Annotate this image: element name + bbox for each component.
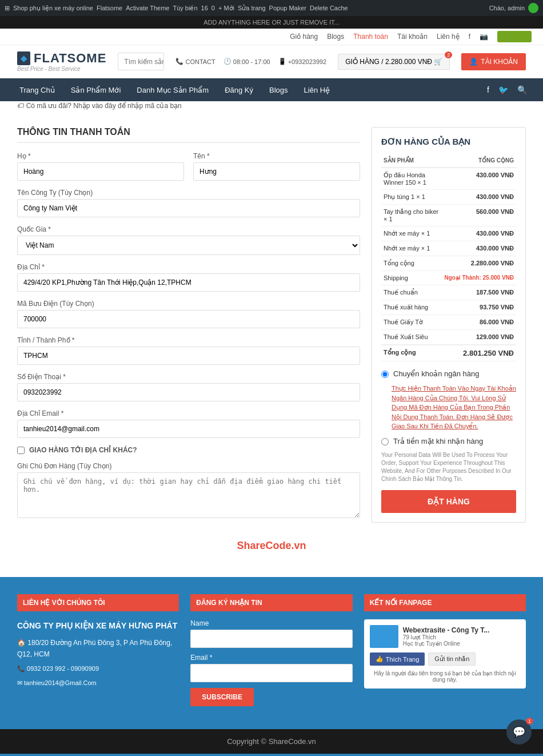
chat-icon: 💬 [513,726,525,738]
order-item-3: Nhớt xe máy × 1 430.000 VNĐ [381,226,516,241]
item-name-1: Phụ tùng 1 × 1 [381,190,442,205]
total-value: 2.801.250 VNĐ [442,345,516,361]
footer-email-input[interactable] [190,664,352,682]
top-nav-giohang[interactable]: Giỏ hàng [290,33,318,41]
top-nav-social-fb[interactable]: f [469,33,470,41]
search-input[interactable] [118,53,164,70]
fanpage-note: Hãy là người đầu tiên trong số bạn bè củ… [370,670,520,683]
nav-sanphammoi[interactable]: Sản Phẩm Mới [63,79,129,101]
contact-icon: 📞 [175,58,183,65]
order-table: SẢN PHẨM TỔNG CỘNG Ốp đầu Honda Winner 1… [381,154,516,361]
ship-diff-checkbox[interactable] [17,447,25,454]
fanpage-sub: Học trực Tuyến Online [403,640,490,647]
postal-row: Mã Bưu Điện (Tùy Chọn) [17,300,360,328]
phone-icon: 📱 [278,58,286,65]
subtotal-label: Tổng cộng [381,256,442,271]
payment-radio-2[interactable] [381,438,389,445]
city-row: Tỉnh / Thành Phố * [17,336,360,365]
shipping-label: Shipping [381,271,442,285]
place-order-button[interactable]: ĐẶT HÀNG [381,490,516,513]
shipping-row: Shipping Ngoại Thành: 25.000 VNĐ [381,271,516,285]
top-nav-thanhtoan[interactable]: Thanh toán [353,33,388,41]
search-bar[interactable]: 🔍 [118,53,164,70]
order-item-4: Nhớt xe máy × 1 430.000 VNĐ [381,241,516,256]
nav-twitter-icon[interactable]: 🐦 [494,78,513,101]
ho-input[interactable] [17,162,184,181]
item-price-1: 430.000 VNĐ [442,190,516,205]
shipping-note: Ngoại Thành: 25.000 VNĐ [444,274,514,281]
tax3-label: Thuế Giấy Tờ [381,315,442,330]
logo[interactable]: ◆ FLATSOME Best Price - Best Service [17,51,106,72]
admin-new[interactable]: + Mới [218,5,234,12]
privacy-note: Your Personal Data Will Be Used To Proce… [381,451,516,483]
phone-input[interactable] [17,383,360,401]
phone-row: Số Điện Thoại * [17,373,360,401]
tax1-label: Thuế chuẩn [381,285,442,300]
item-name-3: Nhớt xe máy × 1 [381,226,442,241]
header: ◆ FLATSOME Best Price - Best Service 🔍 📞… [0,45,543,78]
top-nav-lienhe[interactable]: Liên hệ [437,33,460,41]
postal-input[interactable] [17,310,360,328]
nav-search-icon[interactable]: 🔍 [513,78,532,101]
cart-icon: 🛒 [434,58,442,66]
nav-facebook-icon[interactable]: f [482,78,494,101]
subscribe-button[interactable]: SUBSCRIBE [190,688,254,706]
ten-input[interactable] [193,162,360,181]
payment-label-1: Chuyển khoản ngân hàng [393,369,479,378]
subtotal-row: Tổng cộng 2.280.000 VNĐ [381,256,516,271]
footer-email[interactable]: ✉ tanhieu2014@Gmail.Com [17,679,97,686]
nav-blogs[interactable]: Blogs [261,79,296,101]
account-button[interactable]: 👤 TÀI KHOẢN [461,53,526,70]
email-input[interactable] [17,420,360,438]
ship-diff-label: GIAO HÀNG TỚI ĐỊA CHỈ KHÁC? [29,446,137,454]
phone-text: +0932023992 [288,58,327,65]
like-button[interactable]: 👍 Thích Trang [370,652,425,666]
main-content: THÔNG TIN THANH TOÁN Họ * Tên * Tên Công… [0,116,543,538]
chat-button[interactable]: 💬 1 [506,719,532,745]
admin-popup[interactable]: Popup Maker [269,5,306,11]
promo-text: Có mã ưu đãi? Nhập vào đây để nhập mã củ… [26,102,182,110]
promo-bar[interactable]: 🏷 Có mã ưu đãi? Nhập vào đây để nhập mã … [0,101,543,116]
item-price-0: 430.000 VNĐ [442,168,516,190]
country-select[interactable]: Việt Nam [17,236,360,255]
admin-site-link[interactable]: Shop phụ liện xe máy online [13,5,93,12]
company-group: Tên Công Ty (Tùy Chọn) [17,189,360,217]
footer-phone[interactable]: 📞 0932 023 992 - 09090909 [17,665,99,672]
total-row: Tổng cộng 2.801.250 VNĐ [381,345,516,361]
nav-lienhe[interactable]: Liên Hệ [296,79,338,101]
logo-sub: Best Price - Best Service [17,66,106,72]
address-label: Địa Chỉ * [17,263,360,271]
message-button[interactable]: Gửi tin nhắn [428,652,476,666]
top-banner: ADD ANYTHING HERE OR JUST REMOVE IT... [0,16,543,29]
address-input[interactable] [17,273,360,292]
top-nav-taikhoan[interactable]: Tài khoản [397,33,428,41]
footer-company: CÔNG TY PHỤ KIỆN XE MÁY HƯNG PHÁT [17,619,179,632]
notes-textarea[interactable] [17,472,360,518]
payment-radio-1[interactable] [381,371,389,378]
notes-group: Ghi Chú Đơn Hàng (Tùy Chọn) [17,462,360,518]
footer-heading-3: KẾT NỐI FANPAGE [364,594,526,611]
company-input[interactable] [17,199,360,217]
admin-edit[interactable]: Sửa trang [238,5,266,12]
admin-flatsome[interactable]: Flatsome [97,5,122,11]
payment-desc-1[interactable]: Thực Hiện Thanh Toán Vào Ngay Tài Khoản … [392,384,516,431]
account-btn-label: TÀI KHOẢN [481,58,518,66]
tax3-value: 86.000 VNĐ [442,315,516,330]
nav-dangky[interactable]: Đăng Ký [217,79,261,101]
cart-button[interactable]: GIỎ HÀNG / 2.280.000 VNĐ 2 🛒 [338,54,450,70]
top-nav-blogs[interactable]: Blogs [327,33,344,41]
top-nav-social-ig[interactable]: 📷 [480,33,488,41]
tax3-row: Thuế Giấy Tờ 86.000 VNĐ [381,315,516,330]
footer-name-input[interactable] [190,630,352,648]
item-name-0: Ốp đầu Honda Winner 150 × 1 [381,168,442,190]
nav-trangchu[interactable]: Trang Chủ [11,79,63,101]
tax2-row: Thuế xuất hàng 93.750 VNĐ [381,300,516,315]
admin-cache[interactable]: Delete Cache [310,5,348,11]
admin-activate[interactable]: Activate Theme [126,5,169,11]
fanpage-meta: 79 lượt Thích [403,634,490,640]
admin-customize[interactable]: Tùy biến [173,5,197,12]
order-summary: ĐƠN HÀNG CỦA BẠN SẢN PHẨM TỔNG CỘNG Ốp đ… [372,127,526,523]
like-btn-label: Thích Trang [386,656,420,663]
city-input[interactable] [17,347,360,365]
nav-danhmuc[interactable]: Danh Mục Sản Phẩm [129,79,217,101]
